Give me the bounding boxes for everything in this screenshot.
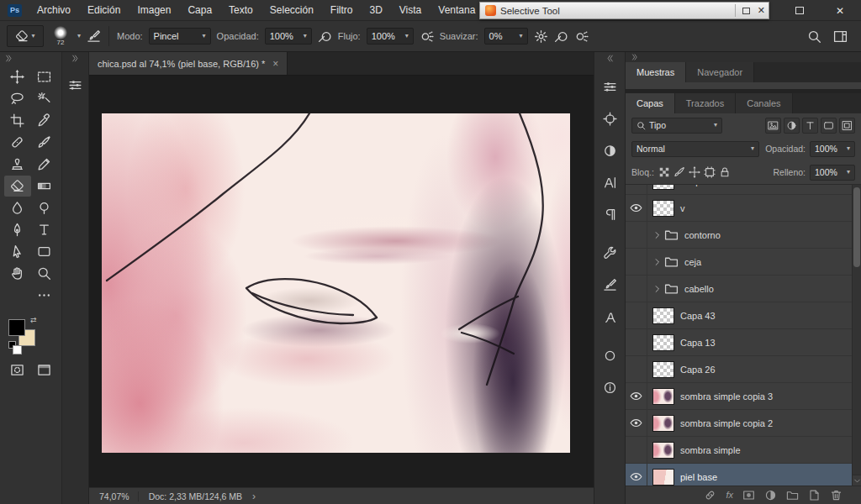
layer-visibility-toggle[interactable]	[626, 383, 647, 409]
scrollbar-down-arrow[interactable]	[853, 475, 861, 486]
dodge-tool-button[interactable]	[31, 197, 58, 218]
filter-kind-dropdown[interactable]: Tipo ▾	[631, 118, 722, 134]
menu-item-3d[interactable]: 3D	[361, 0, 390, 21]
layer-thumbnail[interactable]	[652, 307, 674, 324]
tools-panel-button[interactable]	[600, 243, 620, 263]
smoothing-options-button[interactable]	[534, 29, 548, 44]
adjustments-panel-button[interactable]	[600, 140, 620, 160]
disclosure-chevron-icon[interactable]	[652, 257, 663, 267]
toggle-brush-settings-button[interactable]	[87, 29, 101, 44]
new-group-icon[interactable]	[786, 489, 799, 501]
canvas-area[interactable]	[89, 76, 594, 487]
toolbar-header[interactable]	[0, 52, 61, 65]
tool-presets-panel-button[interactable]	[66, 75, 86, 95]
hand-tool-button[interactable]	[4, 263, 31, 284]
clone-stamp-tool-button[interactable]	[4, 154, 31, 175]
tool-preset-picker[interactable]: ▾	[7, 25, 44, 47]
menu-item-imagen[interactable]: Imagen	[129, 0, 179, 21]
default-colors-icon[interactable]	[8, 341, 16, 349]
layer-row[interactable]: Grupo 2	[626, 184, 861, 195]
layer-visibility-toggle[interactable]	[626, 329, 647, 355]
layer-visibility-toggle[interactable]	[626, 195, 647, 221]
airbrush-button[interactable]	[420, 29, 434, 44]
layer-visibility-toggle[interactable]	[626, 302, 647, 328]
layer-row[interactable]: cabello	[626, 276, 861, 302]
opacity-dropdown[interactable]: 100% ▾	[265, 28, 312, 45]
info-panel-button[interactable]	[600, 377, 620, 397]
delete-layer-icon[interactable]	[830, 489, 843, 501]
layer-thumbnail[interactable]	[652, 200, 674, 217]
tab-muestras[interactable]: Muestras	[626, 62, 686, 82]
disclosure-chevron-icon[interactable]	[652, 284, 663, 294]
layer-visibility-toggle[interactable]	[626, 437, 647, 463]
layer-visibility-toggle[interactable]	[626, 222, 647, 248]
edit-toolbar-button-button[interactable]	[31, 285, 58, 306]
path-selection-tool-button[interactable]	[4, 241, 31, 262]
filter-smart-objects-button[interactable]	[839, 118, 855, 134]
swap-colors-icon[interactable]: ⇄	[30, 316, 37, 324]
lasso-tool-button[interactable]	[4, 88, 31, 109]
layer-style-button[interactable]: fx	[726, 491, 733, 500]
menu-item-vista[interactable]: Vista	[391, 0, 430, 21]
healing-brush-tool-button[interactable]	[4, 132, 31, 153]
screen-mode-button[interactable]	[31, 360, 58, 381]
menu-item-texto[interactable]: Texto	[220, 0, 261, 21]
mode-dropdown[interactable]: Pincel ▾	[149, 28, 211, 45]
smoothing-dropdown[interactable]: 0% ▾	[484, 28, 528, 45]
layer-visibility-toggle[interactable]	[626, 249, 647, 275]
restore-button-icon[interactable]	[742, 8, 750, 14]
layer-visibility-toggle[interactable]	[626, 276, 647, 302]
layer-row[interactable]: contorno	[626, 222, 861, 249]
libraries-panel-button[interactable]	[600, 345, 620, 365]
flow-dropdown[interactable]: 100% ▾	[367, 28, 414, 45]
tab-canales[interactable]: Canales	[736, 93, 792, 113]
layer-row[interactable]: v	[626, 195, 861, 222]
zoom-tool-button[interactable]	[31, 263, 58, 284]
status-chevron-icon[interactable]: ›	[252, 491, 256, 502]
layer-thumbnail[interactable]	[652, 184, 674, 190]
tab-close-icon[interactable]: ×	[272, 58, 278, 70]
eyedropper-tool-button[interactable]	[31, 110, 58, 131]
close-button[interactable]: ✕	[758, 6, 765, 15]
filter-adjustment-layers-button[interactable]	[784, 118, 800, 134]
zoom-level[interactable]: 74,07%	[99, 491, 139, 501]
menu-item-seleccion[interactable]: Selección	[261, 0, 322, 21]
brush-tool-button[interactable]	[31, 132, 58, 153]
lock-transparency-icon[interactable]	[658, 166, 670, 178]
layer-thumbnail[interactable]	[652, 442, 674, 459]
pressure-size-button[interactable]	[554, 29, 568, 44]
layer-visibility-toggle[interactable]	[626, 410, 647, 436]
filter-shape-layers-button[interactable]	[821, 118, 837, 134]
blur-tool-button[interactable]	[4, 197, 31, 218]
panels-header[interactable]	[626, 52, 861, 62]
crop-tool-button[interactable]	[4, 110, 31, 131]
clone-source-panel-button[interactable]	[600, 108, 620, 129]
layer-visibility-toggle[interactable]	[626, 464, 647, 486]
gradient-tool-button[interactable]	[31, 176, 58, 197]
layer-thumbnail[interactable]	[652, 415, 674, 432]
type-tool-button[interactable]	[31, 219, 58, 240]
workspace-switcher-button[interactable]	[833, 29, 848, 44]
menu-item-ventana[interactable]: Ventana	[430, 0, 483, 21]
tab-trazados[interactable]: Trazados	[675, 93, 736, 113]
pen-tool-button[interactable]	[4, 219, 31, 240]
chevron-down-icon[interactable]: ▾	[77, 33, 81, 39]
layers-scrollbar[interactable]	[852, 185, 861, 486]
layer-row[interactable]: Capa 13	[626, 329, 861, 356]
add-mask-icon[interactable]	[742, 489, 755, 501]
lock-artboard-icon[interactable]	[704, 166, 716, 178]
layer-thumbnail[interactable]	[652, 334, 674, 351]
layer-opacity-dropdown[interactable]: 100% ▾	[810, 141, 855, 157]
scrollbar-thumb[interactable]	[853, 187, 860, 267]
menu-item-archivo[interactable]: Archivo	[29, 0, 79, 21]
new-layer-icon[interactable]	[808, 489, 821, 501]
maximize-button-icon[interactable]	[795, 7, 804, 14]
filter-type-layers-button[interactable]	[802, 118, 818, 134]
document-tab[interactable]: chica.psd al 74,1% (piel base, RGB/16) *…	[89, 52, 288, 75]
layer-row[interactable]: piel base	[626, 464, 861, 486]
left-dock-header[interactable]	[66, 52, 84, 65]
close-window-button[interactable]: ✕	[836, 5, 844, 17]
brushes-panel-button[interactable]	[600, 275, 620, 295]
brush-settings-panel-button[interactable]	[600, 76, 620, 97]
quick-mask-button[interactable]	[4, 360, 31, 381]
